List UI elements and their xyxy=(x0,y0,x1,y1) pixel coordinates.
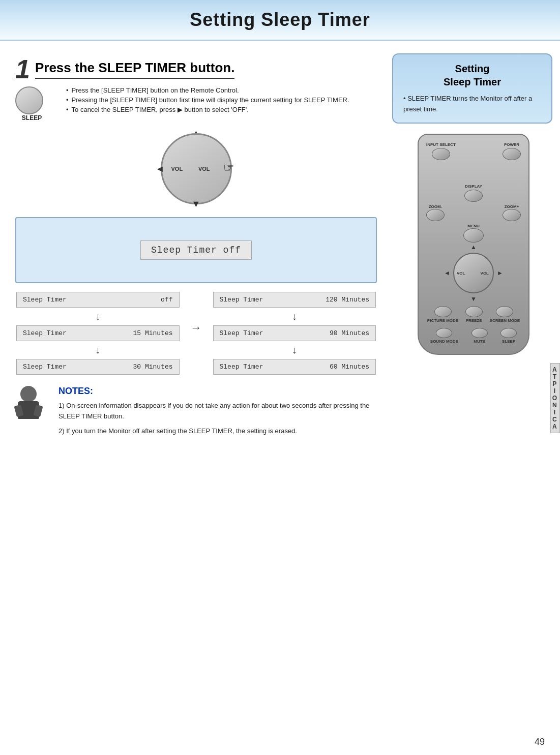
screen-mode-btn: SCREEN MODE xyxy=(490,306,520,323)
screen-mode-label: SCREEN MODE xyxy=(490,318,520,323)
nav-circle-container: ▲ VOL VOL ◄ ▼ ☞ xyxy=(156,128,237,209)
power-oval xyxy=(503,148,521,160)
menu-oval xyxy=(463,228,484,243)
notes-content: NOTES: 1) On-screen information disappea… xyxy=(58,386,377,436)
setting-box-title: SettingSleep Timer xyxy=(403,62,541,88)
nav-arrow-down-icon: ▼ xyxy=(192,199,201,209)
note-2: 2) If you turn the Monitor off after set… xyxy=(58,426,377,437)
screen-text: Sleep Timer off xyxy=(140,240,252,260)
page-header: Setting Sleep Timer xyxy=(0,0,560,41)
nav-diagram: ▲ VOL VOL ◄ ▼ ☞ xyxy=(15,128,377,209)
bullet-3: • To cancel the SLEEP TIMER, press ▶ but… xyxy=(66,106,349,113)
note-1-text: On-screen information disappears if you … xyxy=(58,402,369,420)
zoom-plus-oval xyxy=(503,209,521,221)
timer-col-left: Sleep Timer off ↓ Sleep Timer 15 Minutes… xyxy=(15,291,181,376)
timer-value-30: 30 Minutes xyxy=(133,363,172,371)
brand-letter-a2: A xyxy=(552,423,558,430)
zoom-minus-btn: ZOOM- xyxy=(426,204,445,221)
timer-sequence: Sleep Timer off ↓ Sleep Timer 15 Minutes… xyxy=(15,291,377,376)
vol-right-label: VOL xyxy=(198,166,210,172)
step1-title: Press the SLEEP TIMER button. xyxy=(35,60,234,79)
timer-value-15: 15 Minutes xyxy=(133,329,172,337)
zoom-plus-label: ZOOM+ xyxy=(503,204,521,209)
timer-value-120: 120 Minutes xyxy=(326,296,369,304)
remote-container: INPUT SELECT POWER DISPLAY xyxy=(387,134,560,355)
remote-vol-left-label: VOL xyxy=(457,270,465,275)
timer-30: Sleep Timer 30 Minutes xyxy=(16,359,180,375)
screen-mode-oval xyxy=(496,306,513,317)
bullet-list: • Press the [SLEEP TIMER] button on the … xyxy=(66,86,349,115)
mute-oval xyxy=(471,328,488,338)
setting-box-bullet-text: SLEEP TIMER turns the Monitor off after … xyxy=(403,95,532,113)
zoom-plus-btn: ZOOM+ xyxy=(503,204,521,221)
bullet-2: • Pressing the [SLEEP TIMER] button firs… xyxy=(66,96,349,104)
remote-control: INPUT SELECT POWER DISPLAY xyxy=(418,134,529,355)
power-label: POWER xyxy=(503,142,521,147)
bullet-1: • Press the [SLEEP TIMER] button on the … xyxy=(66,86,349,94)
remote-menu-section: MENU xyxy=(424,224,523,243)
sleep-button-label: SLEEP xyxy=(15,114,48,122)
screen-display-box: Sleep Timer off xyxy=(15,217,377,283)
timer-label-15: Sleep Timer xyxy=(23,329,67,337)
remote-nav-circle: VOL VOL xyxy=(453,253,494,293)
brand-letter-p: P xyxy=(552,380,557,387)
timer-value-off: off xyxy=(161,296,172,304)
display-oval xyxy=(464,190,483,202)
step-number: 1 xyxy=(15,56,30,82)
arrow-120-to-90: ↓ xyxy=(212,309,377,324)
zoom-minus-oval xyxy=(426,209,445,221)
nav-main-circle: VOL VOL xyxy=(161,133,232,204)
sleep-label: SLEEP xyxy=(500,339,517,344)
remote-nav-section: ▲ VOL VOL ◄ ► ▼ xyxy=(424,248,523,298)
note-1-number: 1) xyxy=(58,402,66,409)
arrow-90-to-60: ↓ xyxy=(212,342,377,358)
right-sidebar: SettingSleep Timer • SLEEP TIMER turns t… xyxy=(387,41,560,755)
step1-details: SLEEP • Press the [SLEEP TIMER] button o… xyxy=(15,86,377,123)
note-2-number: 2) xyxy=(58,427,66,435)
page-number: 49 xyxy=(535,737,545,747)
freeze-btn: FREEZE xyxy=(465,306,483,323)
remote-vol-right-label: VOL xyxy=(481,270,489,275)
vertical-brand-label: A T P I O N I C A xyxy=(550,363,560,433)
note-1: 1) On-screen information disappears if y… xyxy=(58,401,377,422)
setting-box-bullet-dot: • xyxy=(403,95,407,102)
remote-sound-section: SOUND MODE MUTE SLEEP xyxy=(424,328,523,344)
sleep-oval xyxy=(500,328,517,338)
setting-box: SettingSleep Timer • SLEEP TIMER turns t… xyxy=(392,53,552,124)
display-label: DISPLAY xyxy=(424,184,523,189)
power-btn: POWER xyxy=(503,142,521,161)
vol-left-label: VOL xyxy=(171,166,183,172)
arrow-15-to-30: ↓ xyxy=(15,342,181,358)
picture-mode-oval xyxy=(434,306,452,317)
remote-top-section: INPUT SELECT POWER xyxy=(424,142,523,161)
notes-text: 1) On-screen information disappears if y… xyxy=(58,401,377,436)
bullet-dot-2: • xyxy=(66,96,69,104)
timer-value-90: 90 Minutes xyxy=(330,329,369,337)
sound-mode-oval xyxy=(436,328,452,338)
setting-box-description: • SLEEP TIMER turns the Monitor off afte… xyxy=(403,94,541,115)
timer-label-off: Sleep Timer xyxy=(23,296,67,304)
timer-90: Sleep Timer 90 Minutes xyxy=(213,325,376,341)
nav-arrow-left-icon: ◄ xyxy=(156,164,165,174)
bullet-dot-1: • xyxy=(66,86,69,94)
brand-letter-i2: I xyxy=(554,409,556,416)
notes-section: NOTES: 1) On-screen information disappea… xyxy=(15,386,377,436)
mute-btn: MUTE xyxy=(471,328,488,344)
arrow-off-to-15: ↓ xyxy=(15,309,181,324)
sound-mode-label: SOUND MODE xyxy=(430,339,458,344)
brand-letter-c: C xyxy=(552,416,558,423)
timer-60: Sleep Timer 60 Minutes xyxy=(213,359,376,375)
timer-120: Sleep Timer 120 Minutes xyxy=(213,292,376,308)
zoom-minus-label: ZOOM- xyxy=(426,204,445,209)
sleep-button-area: SLEEP xyxy=(15,86,48,122)
brand-letter-i1: I xyxy=(554,387,556,395)
remote-nav-left-icon: ◄ xyxy=(444,269,450,277)
step1-container: 1 Press the SLEEP TIMER button. xyxy=(15,56,377,82)
brand-letter-a1: A xyxy=(552,366,558,373)
figure-head xyxy=(20,386,37,402)
picture-mode-label: PICTURE MODE xyxy=(427,318,458,323)
brand-letter-t: T xyxy=(553,373,557,380)
sound-mode-btn: SOUND MODE xyxy=(430,328,458,344)
sleep-button-circle xyxy=(15,86,43,114)
timer-15: Sleep Timer 15 Minutes xyxy=(16,325,180,341)
